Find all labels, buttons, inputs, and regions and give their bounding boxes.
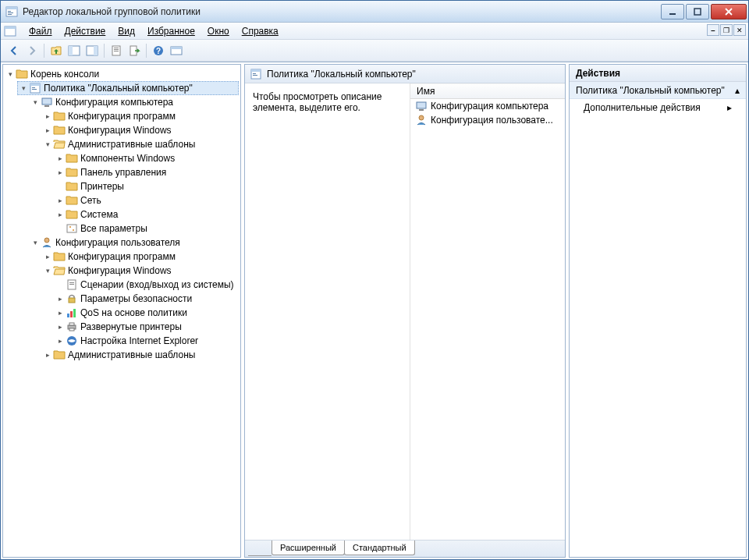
menu-action[interactable]: Действие xyxy=(59,24,112,38)
tree-label: QoS на основе политики xyxy=(80,307,187,318)
toolbar-separator xyxy=(104,44,105,58)
mdi-minimize-button[interactable]: ‒ xyxy=(707,24,719,36)
menu-help[interactable]: Справка xyxy=(236,24,285,38)
tree-all-settings[interactable]: ▸Все параметры xyxy=(55,222,239,236)
tree-deployed-printers[interactable]: ▸Развернутые принтеры xyxy=(55,320,239,334)
tab-extended[interactable]: Расширенный xyxy=(272,541,345,555)
mdi-close-button[interactable]: ✕ xyxy=(733,24,746,36)
expand-icon[interactable]: ▸ xyxy=(44,253,51,261)
collapse-icon[interactable]: ▾ xyxy=(20,84,27,92)
tree-label: Конфигурация Windows xyxy=(68,265,172,276)
tree-policy-local-computer[interactable]: ▾ Политика "Локальный компьютер" xyxy=(17,81,239,95)
tree-admin-templates-user[interactable]: ▸Административные шаблоны xyxy=(42,348,239,362)
svg-rect-24 xyxy=(32,87,35,88)
svg-rect-10 xyxy=(69,46,73,55)
svg-point-31 xyxy=(44,238,49,243)
tree-windows-config-user[interactable]: ▾Конфигурация Windows xyxy=(42,264,239,278)
maximize-button[interactable] xyxy=(686,4,709,19)
export-button[interactable] xyxy=(126,42,143,59)
tree-network[interactable]: ▸Сеть xyxy=(55,193,239,207)
collapse-icon[interactable]: ▾ xyxy=(6,70,14,78)
help-button[interactable]: ? xyxy=(150,42,167,59)
tab-standard[interactable]: Стандартный xyxy=(344,541,415,555)
list-item-user-config[interactable]: Конфигурация пользовате... xyxy=(410,113,565,127)
svg-rect-35 xyxy=(69,298,75,303)
svg-rect-5 xyxy=(669,13,676,15)
back-button[interactable] xyxy=(5,42,23,59)
folder-icon xyxy=(16,68,28,80)
tree-printers[interactable]: ▸Принтеры xyxy=(55,179,239,193)
list-item-label: Конфигурация пользовате... xyxy=(431,115,553,126)
action-more[interactable]: Дополнительные действия ▸ xyxy=(570,99,746,116)
tree-control-panel[interactable]: ▸Панель управления xyxy=(55,165,239,179)
menu-favorites[interactable]: Избранное xyxy=(141,24,201,38)
properties-button[interactable] xyxy=(108,42,125,59)
expand-icon[interactable]: ▸ xyxy=(44,351,51,359)
tree-computer-configuration[interactable]: ▾ Конфигурация компьютера xyxy=(30,95,239,109)
expand-icon[interactable]: ▸ xyxy=(44,126,51,134)
expand-icon[interactable]: ▸ xyxy=(56,309,64,317)
folder-icon xyxy=(66,194,78,207)
svg-rect-23 xyxy=(30,83,40,86)
tree-security-settings[interactable]: ▸Параметры безопасности xyxy=(55,292,239,306)
svg-rect-6 xyxy=(694,9,701,15)
tree-windows-config[interactable]: ▸Конфигурация Windows xyxy=(42,123,239,137)
expand-icon[interactable]: ▸ xyxy=(56,337,64,345)
svg-rect-46 xyxy=(253,75,257,76)
show-hide-tree-button[interactable] xyxy=(66,42,83,59)
collapse-icon[interactable]: ▾ xyxy=(44,140,51,148)
list-item-computer-config[interactable]: Конфигурация компьютера xyxy=(410,99,565,113)
tree-qos-policy[interactable]: ▸QoS на основе политики xyxy=(55,306,239,320)
expand-icon[interactable]: ▸ xyxy=(44,112,51,120)
collapse-icon[interactable]: ▴ xyxy=(735,85,740,96)
mdi-controls: ‒ ❐ ✕ xyxy=(707,24,746,36)
tree-label: Система xyxy=(80,209,118,220)
description-text: Чтобы просмотреть описание элемента, выд… xyxy=(253,91,382,113)
tree-program-config-user[interactable]: ▸Конфигурация программ xyxy=(42,250,239,264)
view-tabs: Расширенный Стандартный xyxy=(245,540,565,557)
expand-icon[interactable]: ▸ xyxy=(56,154,64,162)
tree-windows-components[interactable]: ▸Компоненты Windows xyxy=(55,151,239,165)
mdi-restore-button[interactable]: ❐ xyxy=(720,24,733,36)
tree-system[interactable]: ▸Система xyxy=(55,207,239,222)
tree-root-console[interactable]: ▾ Корень консоли xyxy=(5,67,239,81)
tree-scripts[interactable]: ▸Сценарии (вход/выход из системы) xyxy=(55,278,239,292)
tree-program-config[interactable]: ▸Конфигурация программ xyxy=(42,109,239,123)
expand-icon[interactable]: ▸ xyxy=(56,295,64,303)
expand-icon[interactable]: ▸ xyxy=(56,197,64,204)
description-column: Чтобы просмотреть описание элемента, выд… xyxy=(245,83,410,540)
close-button[interactable] xyxy=(711,4,747,19)
submenu-arrow-icon: ▸ xyxy=(727,102,732,113)
menu-window[interactable]: Окно xyxy=(201,24,236,38)
collapse-icon[interactable]: ▾ xyxy=(31,98,39,106)
menu-file[interactable]: Файл xyxy=(23,24,59,38)
actions-pane: Действия Политика "Локальный компьютер" … xyxy=(569,64,747,558)
up-button[interactable] xyxy=(48,42,65,59)
svg-rect-47 xyxy=(417,102,426,108)
minimize-button[interactable] xyxy=(661,4,684,19)
svg-text:?: ? xyxy=(156,47,161,55)
tree-admin-templates[interactable]: ▾Административные шаблоны xyxy=(42,137,239,151)
expand-icon[interactable]: ▸ xyxy=(56,168,64,176)
show-console-button[interactable] xyxy=(168,42,185,59)
tree-ie-settings[interactable]: ▸Настройка Internet Explorer xyxy=(55,334,239,348)
forward-button[interactable] xyxy=(23,42,41,59)
expand-icon[interactable]: ▸ xyxy=(56,323,64,331)
collapse-icon[interactable]: ▾ xyxy=(44,267,51,275)
tree-label: Панель управления xyxy=(80,167,166,178)
svg-rect-28 xyxy=(67,225,76,232)
svg-rect-14 xyxy=(114,48,119,48)
svg-rect-33 xyxy=(69,282,74,283)
tree-label: Конфигурация программ xyxy=(68,111,176,122)
tree-user-configuration[interactable]: ▾Конфигурация пользователя xyxy=(30,236,239,250)
show-hide-actions-button[interactable] xyxy=(83,42,101,59)
menu-view[interactable]: Вид xyxy=(112,24,141,38)
tree-label: Принтеры xyxy=(80,181,124,192)
action-section-policy[interactable]: Политика "Локальный компьютер" ▴ xyxy=(570,82,746,99)
expand-icon[interactable]: ▸ xyxy=(56,211,64,218)
tree-label: Конфигурация программ xyxy=(68,251,176,262)
column-header-name[interactable]: Имя xyxy=(410,83,565,99)
folder-icon xyxy=(53,349,66,361)
collapse-icon[interactable]: ▾ xyxy=(31,239,39,246)
svg-rect-27 xyxy=(44,105,49,107)
